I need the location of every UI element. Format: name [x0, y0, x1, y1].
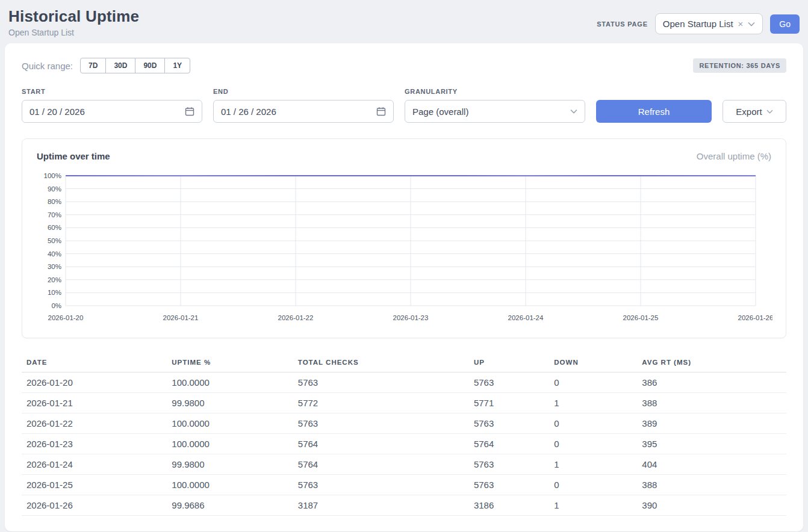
main-card: Quick range: 7D 30D 90D 1Y RETENTION: 36… — [5, 43, 803, 531]
table-cell: 0 — [549, 434, 637, 454]
x-axis-tick-label: 2026-01-21 — [163, 314, 199, 321]
go-button[interactable]: Go — [770, 14, 800, 34]
table-row: 2026-01-2499.9800576457631404 — [22, 454, 786, 475]
column-header: AVG RT (MS) — [637, 353, 786, 373]
table-row: 2026-01-2699.9686318731861390 — [22, 495, 786, 516]
table-cell: 2026-01-23 — [22, 434, 167, 454]
chevron-down-icon — [766, 110, 773, 114]
table-cell: 388 — [637, 393, 786, 413]
quick-range-1y-button[interactable]: 1Y — [164, 58, 190, 73]
table-cell: 5772 — [293, 393, 469, 413]
table-cell: 2026-01-21 — [22, 393, 167, 413]
y-axis-tick-label: 60% — [48, 224, 61, 231]
table-cell: 5764 — [293, 454, 469, 475]
table-cell: 0 — [549, 373, 637, 393]
table-cell: 388 — [637, 475, 786, 495]
chart-header: Uptime over time Overall uptime (%) — [36, 151, 772, 161]
export-button[interactable]: Export — [723, 100, 786, 123]
table-cell: 389 — [637, 413, 786, 434]
quick-range-row: Quick range: 7D 30D 90D 1Y RETENTION: 36… — [22, 58, 786, 73]
start-date-label: START — [22, 88, 202, 95]
x-axis-tick-label: 2026-01-25 — [623, 314, 659, 321]
table-cell: 5763 — [293, 373, 469, 393]
column-header: DOWN — [549, 353, 637, 373]
table-cell: 5763 — [469, 454, 549, 475]
table-row: 2026-01-20100.0000576357630386 — [22, 373, 786, 393]
table-cell: 5771 — [469, 393, 549, 413]
table-cell: 5763 — [469, 413, 549, 434]
column-header: UPTIME % — [167, 353, 293, 373]
quick-range-group: 7D 30D 90D 1Y — [80, 58, 190, 73]
calendar-icon[interactable] — [185, 107, 194, 116]
table-cell: 3187 — [293, 495, 469, 516]
table-cell: 386 — [637, 373, 786, 393]
page-subtitle: Open Startup List — [8, 28, 139, 37]
table-cell: 2026-01-26 — [22, 495, 167, 516]
x-axis-tick-label: 2026-01-23 — [393, 314, 429, 321]
table-cell: 5763 — [469, 475, 549, 495]
column-header: DATE — [22, 353, 167, 373]
table-cell: 99.9686 — [167, 495, 293, 516]
granularity-selected-value: Page (overall) — [412, 107, 468, 117]
calendar-icon[interactable] — [376, 107, 386, 116]
filters-row: START 01 / 20 / 2026 END 01 / 26 / 2026 … — [22, 88, 786, 123]
start-date-input[interactable]: 01 / 20 / 2026 — [22, 100, 202, 123]
end-date-value: 01 / 26 / 2026 — [221, 107, 276, 117]
export-button-label: Export — [736, 107, 762, 117]
table-cell: 100.0000 — [167, 434, 293, 454]
quick-range-30d-button[interactable]: 30D — [105, 58, 135, 73]
end-date-field: END 01 / 26 / 2026 — [213, 88, 394, 123]
table-cell: 3186 — [469, 495, 549, 516]
y-axis-tick-label: 90% — [48, 185, 61, 193]
y-axis-tick-label: 80% — [48, 198, 61, 205]
chart-card: Uptime over time Overall uptime (%) 0%10… — [22, 138, 786, 338]
granularity-field: GRANULARITY Page (overall) — [405, 88, 585, 123]
table-cell: 390 — [637, 495, 786, 516]
table-cell: 99.9800 — [167, 393, 293, 413]
table-cell: 2026-01-25 — [22, 475, 167, 495]
retention-badge: RETENTION: 365 DAYS — [693, 58, 786, 73]
quick-range-label: Quick range: — [22, 61, 73, 71]
status-page-selected-value: Open Startup List — [663, 19, 733, 29]
table-cell: 5764 — [469, 434, 549, 454]
y-axis-tick-label: 40% — [48, 250, 61, 258]
table-row: 2026-01-2199.9800577257711388 — [22, 393, 786, 413]
table-cell: 100.0000 — [167, 475, 293, 495]
y-axis-tick-label: 10% — [48, 289, 61, 296]
chart-title: Uptime over time — [37, 151, 110, 161]
end-date-input[interactable]: 01 / 26 / 2026 — [213, 100, 394, 123]
table-header-row: DATEUPTIME %TOTAL CHECKSUPDOWNAVG RT (MS… — [22, 353, 786, 373]
table-cell: 404 — [637, 454, 786, 475]
column-header: UP — [469, 353, 549, 373]
topbar-right: STATUS PAGE Open Startup List × Go — [597, 7, 800, 34]
status-page-label: STATUS PAGE — [597, 20, 648, 28]
chart-legend: Overall uptime (%) — [697, 151, 771, 161]
uptime-table: DATEUPTIME %TOTAL CHECKSUPDOWNAVG RT (MS… — [22, 353, 786, 516]
y-axis-tick-label: 20% — [48, 276, 61, 283]
start-date-field: START 01 / 20 / 2026 — [22, 88, 202, 123]
table-wrap: DATEUPTIME %TOTAL CHECKSUPDOWNAVG RT (MS… — [22, 353, 786, 516]
table-cell: 5764 — [293, 434, 469, 454]
granularity-label: GRANULARITY — [405, 88, 585, 95]
table-cell: 5763 — [293, 475, 469, 495]
page-title: Historical Uptime — [8, 7, 139, 26]
table-cell: 2026-01-22 — [22, 413, 167, 434]
quick-range-90d-button[interactable]: 90D — [135, 58, 165, 73]
chevron-down-icon — [570, 109, 577, 114]
chart-svg: 0%10%20%30%40%50%60%70%80%90%100%2026-01… — [36, 170, 772, 327]
y-axis-tick-label: 30% — [48, 263, 61, 270]
x-axis-tick-label: 2026-01-20 — [48, 314, 84, 321]
quick-range-7d-button[interactable]: 7D — [80, 58, 106, 73]
status-page-select[interactable]: Open Startup List × — [655, 13, 763, 34]
table-cell: 5763 — [469, 373, 549, 393]
column-header: TOTAL CHECKS — [293, 353, 469, 373]
clear-selection-icon[interactable]: × — [738, 19, 744, 28]
refresh-button[interactable]: Refresh — [596, 100, 712, 123]
table-cell: 99.9800 — [167, 454, 293, 475]
table-cell: 1 — [549, 495, 637, 516]
granularity-select[interactable]: Page (overall) — [405, 100, 585, 123]
table-cell: 100.0000 — [167, 413, 293, 434]
chevron-down-icon — [748, 22, 755, 26]
table-cell: 0 — [549, 413, 637, 434]
header: Historical Uptime Open Startup List STAT… — [5, 0, 803, 43]
